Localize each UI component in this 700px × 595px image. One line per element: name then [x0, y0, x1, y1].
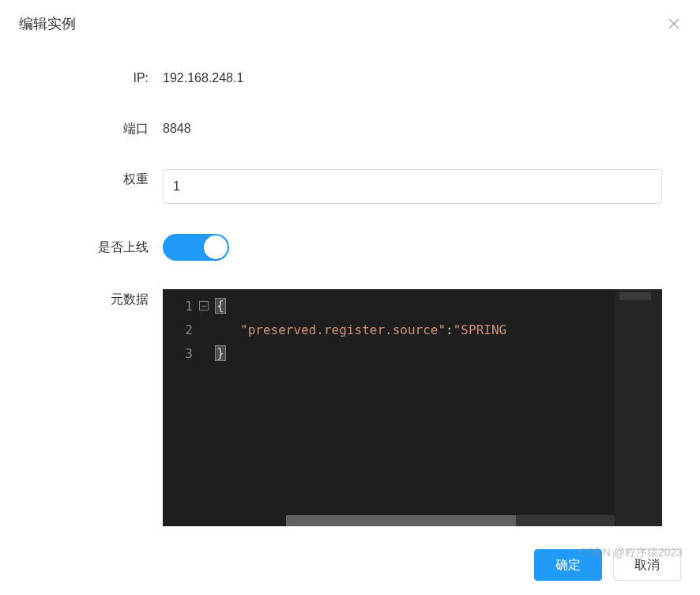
row-online: 是否上线	[19, 234, 662, 261]
value-port: 8848	[163, 119, 662, 139]
editor-gutter: 1 − 2 3	[163, 289, 215, 526]
code-line-2: "preserved.register.source": "SPRING	[215, 318, 662, 341]
line-number: 2	[185, 322, 193, 337]
metadata-key: "preserved.register.source"	[240, 322, 446, 337]
value-ip: 192.168.248.1	[163, 68, 662, 88]
fold-icon[interactable]: −	[199, 301, 209, 311]
minimap-content	[619, 292, 651, 300]
dialog-body[interactable]: IP: 192.168.248.1 端口 8848 权重 是否上线 元数据 1	[0, 44, 700, 537]
label-online: 是否上线	[19, 237, 163, 258]
dialog-title: 编辑实例	[19, 14, 76, 33]
ok-button[interactable]: 确定	[534, 549, 602, 581]
metadata-value: "SPRING	[453, 322, 506, 337]
row-ip: IP: 192.168.248.1	[19, 68, 662, 88]
close-brace: }	[215, 345, 226, 361]
label-weight: 权重	[19, 169, 163, 190]
editor-content[interactable]: { "preserved.register.source": "SPRING }	[215, 289, 662, 526]
line-number: 1	[185, 299, 193, 314]
close-icon[interactable]	[667, 17, 681, 31]
cancel-button[interactable]: 取消	[613, 549, 681, 581]
dialog-header: 编辑实例	[0, 0, 700, 44]
horizontal-scrollbar[interactable]	[286, 515, 615, 526]
colon: :	[446, 322, 453, 337]
label-ip: IP:	[19, 68, 163, 88]
row-port: 端口 8848	[19, 119, 662, 139]
weight-input[interactable]	[163, 169, 662, 204]
switch-knob	[204, 235, 228, 259]
row-metadata: 元数据 1 − 2 3	[19, 289, 662, 526]
dialog-footer: 确定 取消	[0, 537, 700, 595]
line-number: 3	[185, 346, 193, 361]
code-line-1: {	[215, 294, 662, 318]
editor-minimap[interactable]	[615, 289, 662, 526]
code-line-3: }	[215, 341, 662, 365]
label-port: 端口	[19, 119, 163, 139]
online-switch[interactable]	[163, 234, 229, 261]
metadata-editor[interactable]: 1 − 2 3 {	[163, 289, 662, 526]
h-scroll-thumb[interactable]	[286, 515, 516, 526]
open-brace: {	[215, 298, 226, 314]
label-metadata: 元数据	[19, 289, 163, 310]
row-weight: 权重	[19, 169, 662, 204]
edit-instance-dialog: 编辑实例 IP: 192.168.248.1 端口 8848 权重 是否上线	[0, 0, 700, 595]
